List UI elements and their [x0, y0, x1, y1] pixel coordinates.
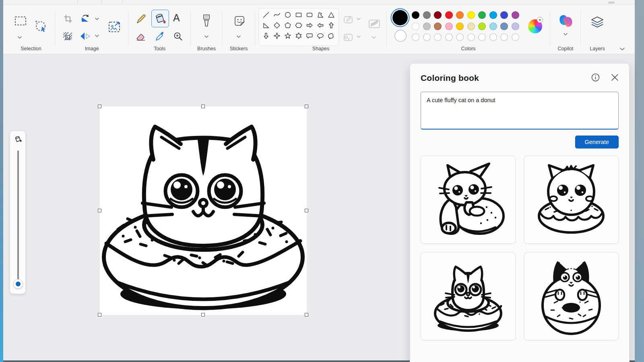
- selection-handle-n[interactable]: [201, 105, 205, 108]
- shape-arrow-right[interactable]: [305, 21, 314, 30]
- color-swatch-b5e61d[interactable]: [478, 23, 486, 30]
- selection-handle-e[interactable]: [305, 209, 308, 212]
- shape-speech-rectangle[interactable]: [305, 31, 314, 41]
- shape-hexagon[interactable]: [294, 21, 303, 30]
- shape-fill-chevron[interactable]: [357, 35, 361, 38]
- color-swatch-00a2e8[interactable]: [489, 11, 497, 19]
- color-swatch-fff200[interactable]: [467, 11, 475, 19]
- color-swatch-880015[interactable]: [434, 11, 442, 19]
- color-swatch-empty[interactable]: [445, 33, 453, 41]
- copilot-icon[interactable]: [558, 14, 574, 30]
- free-form-select-icon[interactable]: [34, 19, 48, 35]
- color-swatch-7f7f7f[interactable]: [423, 11, 431, 19]
- shape-lightning-partial[interactable]: [272, 41, 282, 46]
- generated-thumbnail-1[interactable]: [421, 156, 516, 244]
- shape-arrow-down[interactable]: [261, 31, 271, 41]
- eraser-icon[interactable]: [135, 31, 147, 43]
- color-swatch-empty[interactable]: [456, 33, 464, 41]
- color-picker-icon[interactable]: [155, 31, 166, 43]
- sticker-icon[interactable]: [233, 14, 246, 29]
- text-tool-icon[interactable]: A: [173, 12, 180, 24]
- shape-diamond[interactable]: [272, 21, 282, 30]
- pencil-icon[interactable]: [135, 13, 147, 27]
- brushes-dropdown-chevron[interactable]: [204, 35, 208, 38]
- generated-thumbnail-4[interactable]: [524, 252, 619, 340]
- crop-icon[interactable]: [63, 14, 73, 26]
- size-icon[interactable]: [368, 18, 381, 31]
- selection-handle-ne[interactable]: [305, 105, 308, 108]
- shape-arrow-left[interactable]: [316, 21, 325, 30]
- shape-curve[interactable]: [272, 10, 282, 20]
- brush-icon[interactable]: [201, 14, 212, 30]
- shape-pentagon[interactable]: [283, 21, 293, 30]
- shapes-gallery[interactable]: [258, 8, 339, 46]
- selection-handle-se[interactable]: [305, 313, 308, 317]
- fill-bucket-tool-selected[interactable]: [151, 10, 169, 27]
- layers-icon[interactable]: [590, 15, 605, 31]
- generated-thumbnail-2[interactable]: [524, 156, 619, 244]
- shape-outline-icon[interactable]: [343, 14, 353, 27]
- shape-thought-cloud[interactable]: [326, 31, 336, 41]
- color-swatch-c8bfe7[interactable]: [512, 23, 519, 30]
- color-swatch-ffc90e[interactable]: [456, 23, 464, 30]
- size-slider-thumb[interactable]: [13, 279, 23, 289]
- shape-star-four[interactable]: [272, 31, 282, 41]
- color-swatch-ff7f27[interactable]: [456, 11, 464, 19]
- stickers-dropdown-chevron[interactable]: [237, 35, 241, 38]
- shape-speech-oval[interactable]: [316, 31, 325, 41]
- color-swatch-7092be[interactable]: [500, 23, 508, 30]
- size-dropdown-chevron[interactable]: [372, 36, 376, 39]
- color-swatch-empty[interactable]: [512, 33, 519, 41]
- rotate-icon[interactable]: [80, 14, 91, 26]
- color-swatch-ffaec9[interactable]: [445, 23, 453, 30]
- color-swatch-empty[interactable]: [412, 33, 419, 41]
- color-swatch-ffffff[interactable]: [412, 23, 419, 30]
- close-icon[interactable]: [611, 74, 619, 83]
- shape-rectangle[interactable]: [294, 10, 303, 20]
- color-swatch-99d9ea[interactable]: [489, 23, 497, 30]
- shape-arrow-up[interactable]: [326, 21, 336, 30]
- shape-line[interactable]: [261, 10, 271, 20]
- color-swatch-22b14c[interactable]: [478, 11, 486, 19]
- rectangle-select-icon[interactable]: [14, 16, 27, 27]
- flip-dropdown-chevron[interactable]: [95, 35, 99, 37]
- selection-handle-w[interactable]: [98, 209, 101, 212]
- generate-button[interactable]: Generate: [575, 136, 619, 148]
- color-swatch-ed1c24[interactable]: [445, 11, 453, 19]
- shape-star-six[interactable]: [294, 31, 303, 41]
- selection-handle-s[interactable]: [201, 313, 205, 317]
- rotate-dropdown-chevron[interactable]: [95, 18, 99, 21]
- background-color-swatch[interactable]: [394, 30, 407, 42]
- collapse-ribbon-chevron[interactable]: [620, 47, 624, 50]
- magnifier-icon[interactable]: [173, 31, 184, 43]
- generated-thumbnail-3[interactable]: [421, 252, 516, 340]
- shape-fill-icon[interactable]: [343, 32, 353, 44]
- selection-handle-nw[interactable]: [98, 105, 101, 108]
- prompt-input[interactable]: A cute fluffy cat on a donut: [421, 92, 619, 130]
- color-swatch-3f48cc[interactable]: [500, 11, 508, 19]
- color-swatch-empty[interactable]: [489, 33, 497, 41]
- shape-star-five[interactable]: [283, 31, 293, 41]
- shape-right-triangle[interactable]: [261, 21, 271, 30]
- color-swatch-empty[interactable]: [423, 33, 431, 41]
- color-swatch-a349a4[interactable]: [512, 11, 519, 19]
- color-swatch-000000[interactable]: [412, 11, 419, 19]
- color-swatch-efe4b0[interactable]: [467, 23, 475, 30]
- info-icon[interactable]: [591, 73, 600, 83]
- selection-dropdown-chevron[interactable]: [18, 36, 22, 39]
- shape-rounded-rectangle[interactable]: [305, 10, 314, 20]
- color-swatch-empty[interactable]: [478, 33, 486, 41]
- color-swatch-b97a57[interactable]: [434, 23, 442, 30]
- flip-icon[interactable]: [80, 31, 91, 43]
- remove-background-icon[interactable]: [62, 31, 73, 43]
- shape-polygon[interactable]: [316, 10, 325, 20]
- foreground-color-swatch[interactable]: [392, 10, 408, 25]
- resize-image-icon[interactable]: [108, 20, 122, 35]
- color-swatch-empty[interactable]: [434, 33, 442, 41]
- color-swatch-empty[interactable]: [500, 33, 508, 41]
- shape-cloud-partial[interactable]: [261, 41, 271, 46]
- color-swatch-c3c3c3[interactable]: [423, 23, 431, 30]
- selection-handle-sw[interactable]: [98, 313, 101, 317]
- color-swatch-empty[interactable]: [467, 33, 475, 41]
- shape-triangle[interactable]: [326, 10, 336, 20]
